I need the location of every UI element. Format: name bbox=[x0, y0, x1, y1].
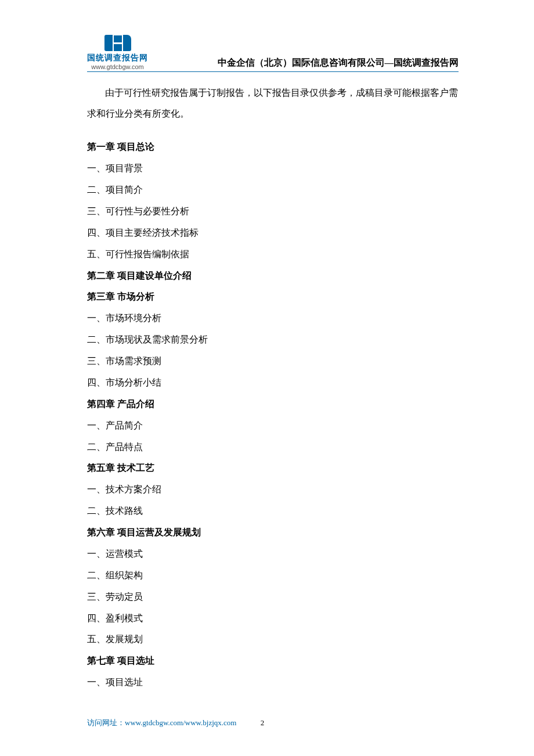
page-header: 国统调查报告网 www.gtdcbgw.com 中金企信（北京）国际信息咨询有限… bbox=[87, 35, 459, 72]
toc-line: 一、项目选址 bbox=[87, 672, 459, 693]
toc-line: 二、产品特点 bbox=[87, 437, 459, 458]
logo-icon bbox=[104, 35, 131, 51]
toc-line: 一、项目背景 bbox=[87, 158, 459, 179]
toc-line: 五、可行性报告编制依据 bbox=[87, 244, 459, 265]
toc-line: 一、产品简介 bbox=[87, 415, 459, 437]
toc-line: 第七章 项目选址 bbox=[87, 650, 459, 672]
toc-line: 五、发展规划 bbox=[87, 629, 459, 650]
page-number: 2 bbox=[261, 718, 265, 728]
toc-line: 二、项目简介 bbox=[87, 179, 459, 201]
toc-line: 四、项目主要经济技术指标 bbox=[87, 222, 459, 244]
toc-line: 一、运营模式 bbox=[87, 543, 459, 565]
toc-line: 一、市场环境分析 bbox=[87, 308, 459, 329]
logo-url: www.gtdcbgw.com bbox=[91, 63, 143, 70]
toc-line: 三、市场需求预测 bbox=[87, 351, 459, 372]
toc-line: 一、技术方案介绍 bbox=[87, 479, 459, 501]
header-title: 中金企信（北京）国际信息咨询有限公司—国统调查报告网 bbox=[158, 57, 459, 70]
intro-paragraph: 由于可行性研究报告属于订制报告，以下报告目录仅供参考，成稿目录可能根据客户需求和… bbox=[87, 82, 459, 124]
logo-label: 国统调查报告网 bbox=[87, 53, 148, 63]
toc-line: 第六章 项目运营及发展规划 bbox=[87, 522, 459, 543]
footer-url: www.gtdcbgw.com/www.bjzjqx.com bbox=[125, 718, 236, 727]
toc-line: 二、组织架构 bbox=[87, 565, 459, 586]
toc-line: 四、市场分析小结 bbox=[87, 372, 459, 394]
toc-line: 三、劳动定员 bbox=[87, 586, 459, 608]
toc-line: 二、技术路线 bbox=[87, 501, 459, 522]
toc-line: 四、盈利模式 bbox=[87, 608, 459, 629]
toc-line: 第二章 项目建设单位介绍 bbox=[87, 265, 459, 287]
footer-label: 访问网址： bbox=[87, 718, 125, 727]
toc-line: 第一章 项目总论 bbox=[87, 136, 459, 158]
page-footer: 访问网址：www.gtdcbgw.com/www.bjzjqx.com 2 bbox=[87, 718, 264, 728]
logo-block: 国统调查报告网 www.gtdcbgw.com bbox=[87, 35, 148, 70]
toc-line: 二、市场现状及需求前景分析 bbox=[87, 329, 459, 351]
toc-line: 第三章 市场分析 bbox=[87, 286, 459, 308]
table-of-contents: 第一章 项目总论一、项目背景二、项目简介三、可行性与必要性分析四、项目主要经济技… bbox=[87, 136, 459, 693]
toc-line: 第五章 技术工艺 bbox=[87, 458, 459, 479]
toc-line: 第四章 产品介绍 bbox=[87, 394, 459, 415]
toc-line: 三、可行性与必要性分析 bbox=[87, 201, 459, 222]
